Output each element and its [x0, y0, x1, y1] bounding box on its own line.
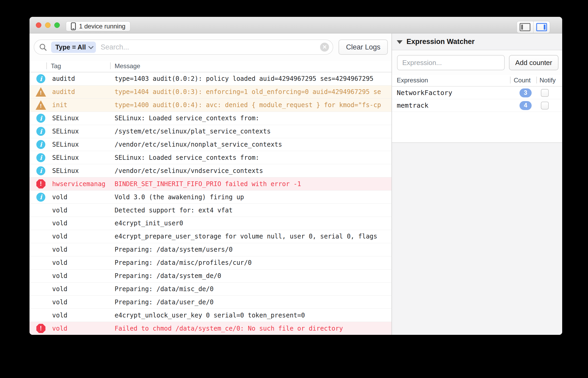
app-window: 1 device running: [30, 17, 562, 335]
log-tag: SELinux: [52, 141, 115, 148]
log-row[interactable]: volde4crypt_init_user0: [30, 217, 391, 230]
watcher-header[interactable]: Expression Watcher: [392, 33, 562, 50]
minimize-window-button[interactable]: [45, 22, 51, 28]
expression-column-header[interactable]: Expression: [397, 77, 428, 84]
watcher-empty-area: [392, 112, 562, 142]
log-level-cell: i: [30, 193, 52, 202]
right-panel-icon: [536, 23, 547, 31]
log-table-header: Tag Message: [30, 61, 391, 72]
info-icon: i: [36, 193, 45, 202]
log-row[interactable]: !auditdtype=1404 audit(0.0:3): enforcing…: [30, 86, 391, 99]
toggle-left-panel-button[interactable]: [517, 21, 533, 33]
log-message: Preparing: /data/misc_de/0: [115, 285, 391, 293]
log-tag: vold: [52, 325, 115, 332]
left-panel-icon: [520, 23, 531, 31]
chevron-down-icon: [88, 44, 94, 49]
log-tag: vold: [52, 259, 115, 266]
log-tag: SELinux: [52, 154, 115, 161]
log-message: /vendor/etc/selinux/nonplat_service_cont…: [115, 141, 391, 148]
zoom-window-button[interactable]: [54, 22, 60, 28]
clear-search-icon[interactable]: ✕: [320, 43, 329, 52]
log-row[interactable]: iSELinuxSELinux: Loaded service_contexts…: [30, 112, 391, 125]
log-row[interactable]: !hwservicemanagBINDER_SET_INHERIT_FIFO_P…: [30, 177, 391, 191]
type-filter-label: Type = All: [55, 43, 86, 51]
log-row[interactable]: iSELinux/vendor/etc/selinux/nonplat_serv…: [30, 138, 391, 151]
info-icon: i: [36, 114, 45, 123]
log-level-cell: i: [30, 114, 52, 123]
log-level-cell: i: [30, 74, 52, 83]
tag-column-header[interactable]: Tag: [51, 62, 61, 70]
phone-icon: [71, 22, 76, 30]
log-row[interactable]: volde4crypt_prepare_user_storage for vol…: [30, 230, 391, 243]
device-status-label: 1 device running: [79, 23, 125, 30]
log-message: Failed to chmod /data/system_ce/0: No su…: [115, 325, 391, 332]
log-tag: vold: [52, 193, 115, 201]
log-rows: iauditdtype=1403 audit(0.0:2): policy lo…: [30, 72, 391, 335]
search-input[interactable]: [100, 43, 316, 52]
watcher-row[interactable]: memtrack4: [392, 99, 562, 112]
count-badge: 4: [520, 101, 532, 110]
log-level-cell: i: [30, 153, 52, 162]
log-tag: vold: [52, 285, 115, 293]
log-tag: SELinux: [52, 115, 115, 122]
log-row[interactable]: iauditdtype=1403 audit(0.0:2): policy lo…: [30, 72, 391, 86]
log-row[interactable]: voldPreparing: /data/user_de/0: [30, 296, 391, 309]
notify-checkbox[interactable]: [541, 102, 549, 110]
log-tag: auditd: [52, 75, 115, 82]
column-divider: [110, 62, 111, 69]
panel-toggle-group: [517, 21, 550, 33]
column-divider: [46, 62, 47, 69]
expression-input[interactable]: [397, 55, 505, 70]
log-level-cell: i: [30, 166, 52, 175]
count-column-header[interactable]: Count: [514, 77, 531, 84]
clear-logs-button[interactable]: Clear Logs: [339, 39, 388, 55]
type-filter-chip[interactable]: Type = All: [51, 42, 96, 53]
log-message: BINDER_SET_INHERIT_FIFO_PRIO failed with…: [115, 180, 391, 188]
message-column-header[interactable]: Message: [115, 62, 140, 70]
log-message: Preparing: /data/system/users/0: [115, 246, 391, 253]
watched-expression: memtrack: [397, 102, 428, 109]
log-tag: init: [52, 101, 115, 109]
log-message: e4crypt_prepare_user_storage for volume …: [115, 233, 391, 240]
log-tag: hwservicemanag: [52, 180, 115, 188]
log-message: Preparing: /data/misc/profiles/cur/0: [115, 259, 391, 266]
watcher-rows: NetworkFactory3memtrack4: [392, 87, 562, 112]
log-row[interactable]: voldPreparing: /data/system_de/0: [30, 270, 391, 283]
log-row[interactable]: voldPreparing: /data/misc_de/0: [30, 283, 391, 296]
add-counter-button[interactable]: Add counter: [509, 55, 558, 70]
log-tag: vold: [52, 246, 115, 253]
notify-column-header[interactable]: Notify: [540, 77, 556, 84]
device-status-button[interactable]: 1 device running: [66, 21, 130, 31]
disclosure-triangle-icon[interactable]: [397, 40, 403, 44]
log-row[interactable]: ivoldVold 3.0 (the awakening) firing up: [30, 191, 391, 204]
log-tag: vold: [52, 220, 115, 227]
close-window-button[interactable]: [36, 22, 41, 28]
log-level-cell: !: [30, 324, 52, 333]
log-message: type=1403 audit(0.0:2): policy loaded au…: [115, 75, 391, 82]
log-row[interactable]: voldPreparing: /data/system/users/0: [30, 243, 391, 256]
log-row[interactable]: iSELinux/vendor/etc/selinux/vndservice_c…: [30, 164, 391, 177]
log-level-cell: !: [30, 87, 52, 97]
log-level-cell: i: [30, 127, 52, 136]
log-row[interactable]: iSELinux/system/etc/selinux/plat_service…: [30, 125, 391, 138]
log-row[interactable]: voldPreparing: /data/misc/profiles/cur/0: [30, 256, 391, 270]
log-message: Detected support for: ext4 vfat: [115, 207, 391, 214]
log-row[interactable]: iSELinuxSELinux: Loaded service_contexts…: [30, 151, 391, 164]
notify-checkbox[interactable]: [541, 89, 549, 97]
expression-watcher-panel: Expression Watcher Add counter Expressio…: [392, 33, 562, 335]
log-row[interactable]: !inittype=1400 audit(0.0:4): avc: denied…: [30, 99, 391, 112]
info-icon: i: [36, 166, 45, 175]
log-row[interactable]: volde4crypt_unlock_user_key 0 serial=0 t…: [30, 309, 391, 322]
toggle-right-panel-button[interactable]: [533, 21, 550, 33]
log-tag: auditd: [52, 88, 115, 96]
search-field[interactable]: Type = All ✕: [34, 39, 333, 55]
info-icon: i: [36, 127, 45, 136]
watcher-table-header: Expression Count Notify: [392, 75, 562, 87]
info-icon: i: [36, 140, 45, 149]
log-message: Vold 3.0 (the awakening) firing up: [115, 193, 391, 201]
count-badge: 3: [520, 88, 532, 97]
watcher-row[interactable]: NetworkFactory3: [392, 87, 562, 99]
log-row[interactable]: !voldFailed to chmod /data/system_ce/0: …: [30, 322, 391, 335]
info-icon: i: [36, 74, 45, 83]
log-row[interactable]: voldDetected support for: ext4 vfat: [30, 204, 391, 217]
